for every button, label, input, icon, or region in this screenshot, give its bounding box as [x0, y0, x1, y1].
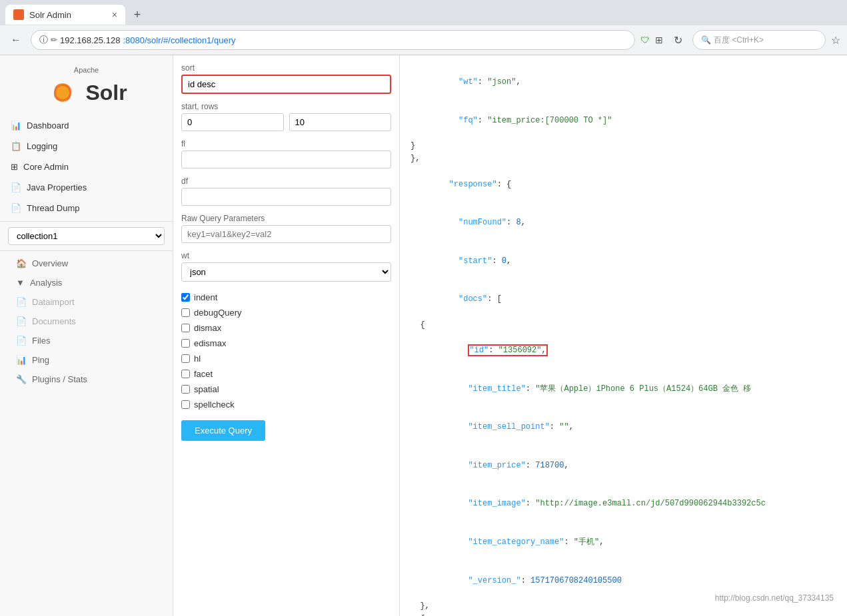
- main-content: sort start, rows fl df Raw Query Paramet…: [173, 55, 847, 616]
- spatial-label[interactable]: spatial: [194, 384, 219, 394]
- sidebar-item-documents: 📄 Documents: [0, 312, 173, 331]
- result-line-start: "start": 0,: [411, 242, 836, 281]
- start-rows-row: [181, 113, 391, 131]
- sidebar-item-java-properties[interactable]: 📄 Java Properties: [0, 177, 173, 198]
- json-val-start: 0: [502, 256, 506, 266]
- sidebar-item-dataimport: 📄 Dataimport: [0, 292, 173, 312]
- result-line-close1: }: [411, 140, 836, 153]
- sort-field-group: sort: [181, 63, 391, 94]
- sort-label: sort: [181, 63, 391, 73]
- hl-label[interactable]: hl: [194, 354, 201, 364]
- facet-label[interactable]: facet: [194, 369, 213, 379]
- url-path: :8080/solr/#/collection1/query: [123, 35, 235, 45]
- wt-select[interactable]: json xml: [181, 262, 391, 282]
- active-tab[interactable]: Solr Admin ×: [5, 5, 125, 25]
- info-icon: ⓘ: [39, 34, 48, 46]
- json-val-fq: "item_price:[700000 TO *]": [487, 116, 612, 125]
- facet-checkbox-row: facet: [181, 366, 391, 382]
- bookmark-button[interactable]: ☆: [831, 34, 840, 47]
- result-line-fq: "fq": "item_price:[700000 TO *]": [411, 102, 836, 141]
- watermark: http://blog.csdn.net/qq_37334135: [715, 593, 834, 603]
- fl-label: fl: [181, 139, 391, 149]
- tab-bar: Solr Admin × +: [0, 0, 847, 25]
- edit-icon: ✏: [51, 35, 57, 45]
- analysis-icon: ▼: [16, 278, 25, 288]
- raw-query-field-group: Raw Query Parameters: [181, 214, 391, 243]
- sidebar-item-core-admin[interactable]: ⊞ Core Admin: [0, 156, 173, 177]
- browser-chrome: Solr Admin × + ← ⓘ ✏ 192.168.25.128 :808…: [0, 0, 847, 55]
- sidebar-item-overview[interactable]: 🏠 Overview: [0, 254, 173, 273]
- edismax-label[interactable]: edismax: [194, 338, 226, 348]
- sidebar-item-thread-dump[interactable]: 📄 Thread Dump: [0, 198, 173, 218]
- indent-checkbox[interactable]: [181, 293, 190, 302]
- fl-field-group: fl: [181, 139, 391, 168]
- indent-label[interactable]: indent: [194, 292, 217, 302]
- execute-query-button[interactable]: Execute Query: [181, 420, 265, 441]
- url-bar[interactable]: ⓘ ✏ 192.168.25.128 :8080/solr/#/collecti…: [31, 30, 635, 50]
- svg-point-4: [56, 86, 69, 99]
- json-key-response: "response": [449, 180, 497, 189]
- spellcheck-checkbox-row: spellcheck: [181, 397, 391, 412]
- result-line-sellpoint1: "item_sell_point": "",: [411, 408, 836, 447]
- rows-input[interactable]: [289, 113, 392, 131]
- back-button[interactable]: ←: [7, 31, 25, 49]
- dismax-checkbox[interactable]: [181, 324, 190, 332]
- search-placeholder: 百度 <Ctrl+K>: [714, 35, 764, 46]
- ping-icon: 📊: [16, 355, 27, 365]
- fl-input[interactable]: [181, 151, 391, 168]
- solr-logo-graphic: [45, 75, 80, 110]
- hl-checkbox[interactable]: [181, 354, 190, 363]
- shield-icon: 🛡: [640, 35, 650, 45]
- query-panel: sort start, rows fl df Raw Query Paramet…: [173, 55, 400, 616]
- results-panel: "wt": "json", "fq": "item_price:[700000 …: [400, 55, 847, 616]
- edismax-checkbox[interactable]: [181, 339, 190, 348]
- df-input[interactable]: [181, 188, 391, 206]
- collection-select[interactable]: collection1: [8, 227, 165, 245]
- tab-favicon: [13, 9, 24, 20]
- address-bar: ← ⓘ ✏ 192.168.25.128 :8080/solr/#/collec…: [0, 25, 847, 55]
- start-rows-label: start, rows: [181, 102, 391, 111]
- start-input[interactable]: [181, 113, 284, 131]
- sidebar-item-dashboard[interactable]: 📊 Dashboard: [0, 115, 173, 136]
- solr-label: Solr: [85, 81, 127, 105]
- refresh-button[interactable]: ↻: [668, 31, 687, 49]
- spellcheck-checkbox[interactable]: [181, 400, 190, 409]
- sort-input[interactable]: [181, 75, 391, 94]
- url-host: 192.168.25.128: [60, 35, 120, 45]
- id-highlight-1: "id": "1356092",: [468, 344, 547, 356]
- sidebar-item-analysis[interactable]: ▼ Analysis: [0, 273, 173, 292]
- ping-label: Ping: [32, 355, 49, 365]
- plugins-label: Plugins / Stats: [32, 374, 87, 384]
- logo-area: Apache Solr: [0, 55, 173, 115]
- new-tab-button[interactable]: +: [128, 5, 147, 24]
- core-admin-icon: ⊞: [11, 162, 18, 172]
- spellcheck-label[interactable]: spellcheck: [194, 400, 235, 410]
- sidebar-item-ping[interactable]: 📊 Ping: [0, 350, 173, 370]
- spatial-checkbox[interactable]: [181, 385, 190, 394]
- json-key-fq: "fq": [458, 116, 478, 125]
- dataimport-icon: 📄: [16, 297, 27, 307]
- sidebar: Apache Solr 📊 Dashboard: [0, 55, 173, 616]
- debug-query-label[interactable]: debugQuery: [194, 308, 242, 318]
- debug-query-checkbox[interactable]: [181, 308, 190, 317]
- result-line-docs: "docs": [: [411, 280, 836, 319]
- thread-dump-label: Thread Dump: [27, 203, 79, 213]
- df-label: df: [181, 176, 391, 186]
- json-key-wt: "wt": [458, 77, 478, 87]
- search-bar[interactable]: 🔍 百度 <Ctrl+K>: [692, 30, 826, 50]
- tab-close-button[interactable]: ×: [112, 9, 117, 20]
- json-key-docs: "docs": [458, 294, 487, 304]
- sidebar-item-files[interactable]: 📄 Files: [0, 331, 173, 350]
- raw-query-input[interactable]: [181, 225, 391, 243]
- result-line-wt: "wt": "json",: [411, 63, 836, 102]
- spatial-checkbox-row: spatial: [181, 382, 391, 397]
- app-container: Apache Solr 📊 Dashboard: [0, 55, 847, 616]
- result-line-open2: {: [411, 613, 836, 616]
- wt-label: wt: [181, 251, 391, 260]
- files-icon: 📄: [16, 336, 27, 346]
- sidebar-item-plugins-stats[interactable]: 🔧 Plugins / Stats: [0, 370, 173, 389]
- dismax-label[interactable]: dismax: [194, 323, 221, 333]
- result-line-id1: "id": "1356092",: [411, 332, 836, 370]
- sidebar-item-logging[interactable]: 📋 Logging: [0, 136, 173, 156]
- facet-checkbox[interactable]: [181, 370, 190, 378]
